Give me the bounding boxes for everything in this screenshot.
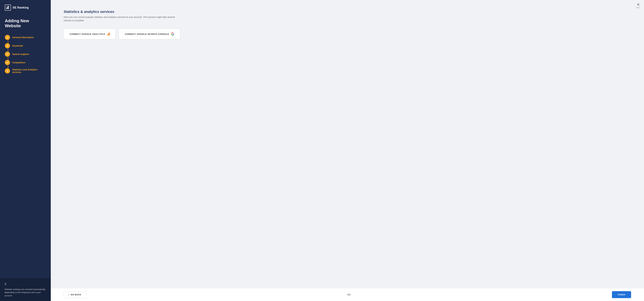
main-content: Statistics & analytics services Here you…: [51, 0, 644, 288]
sidebar-title: Adding New Website: [0, 15, 51, 33]
sidebar-item-competitors[interactable]: Competitors: [3, 58, 48, 67]
sidebar-logo: SE Ranking: [0, 0, 51, 15]
connect-google-analytics-button[interactable]: CONNECT GOOGLE ANALYTICS: [64, 29, 116, 39]
go-back-button[interactable]: ‹ GO BACK: [64, 291, 86, 298]
step-info: 5/5: [347, 293, 351, 296]
close-button[interactable]: ✕ ESC: [636, 3, 640, 8]
sidebar-item-search-engines[interactable]: Search engines: [3, 50, 48, 58]
sidebar-item-keywords[interactable]: Keywords: [3, 42, 48, 50]
step-circle-2: [5, 43, 10, 48]
page-title: Statistics & analytics services: [64, 10, 631, 14]
main-area: ✕ ESC Statistics & analytics services He…: [51, 0, 644, 301]
step-circle-4: [5, 60, 10, 65]
close-x-icon: ✕: [637, 3, 640, 6]
svg-rect-2: [8, 6, 9, 9]
sidebar-item-general-information[interactable]: General information: [3, 33, 48, 42]
logo-icon: [5, 4, 11, 11]
main-footer: ‹ GO BACK 5/5 FINISH: [51, 288, 644, 301]
step-label-3: Search engines: [12, 53, 29, 56]
step-label-5: Statistics and Analytics services: [12, 68, 46, 74]
step-circle-5: 5: [5, 68, 10, 74]
svg-rect-3: [6, 6, 9, 6]
google-icon: [171, 32, 174, 36]
hash-icon: #: [4, 282, 46, 286]
step-circle-3: [5, 52, 10, 57]
sidebar-item-statistics[interactable]: 5 Statistics and Analytics services: [3, 67, 48, 75]
sidebar-bottom: # Website rankings are checked automatic…: [0, 278, 51, 301]
google-analytics-icon: [107, 32, 110, 36]
connect-search-console-label: CONNECT GOOGLE SEARCH CONSOLE: [125, 33, 169, 35]
page-description: Here you can connect popular statistics …: [64, 16, 176, 22]
go-back-label: GO BACK: [70, 294, 81, 296]
sidebar-bottom-text: Website rankings are checked automatical…: [4, 288, 46, 297]
logo-text: SE Ranking: [12, 6, 29, 9]
step-label-2: Keywords: [12, 44, 23, 47]
step-label-1: General information: [12, 36, 34, 39]
chevron-left-icon: ‹: [68, 294, 69, 296]
svg-rect-1: [7, 7, 8, 9]
connect-analytics-label: CONNECT GOOGLE ANALYTICS: [70, 33, 105, 35]
finish-button[interactable]: FINISH: [612, 291, 631, 298]
sidebar-steps: General information Keywords Search engi…: [0, 33, 51, 75]
step-circle-1: [5, 35, 10, 40]
svg-rect-0: [6, 8, 7, 9]
step-label-4: Competitors: [12, 61, 26, 64]
close-label: ESC: [636, 7, 640, 8]
connect-google-search-console-button[interactable]: CONNECT GOOGLE SEARCH CONSOLE: [119, 29, 180, 39]
sidebar: SE Ranking Adding New Website General in…: [0, 0, 51, 301]
connect-buttons-container: CONNECT GOOGLE ANALYTICS CONNECT GOOGLE …: [64, 29, 631, 39]
